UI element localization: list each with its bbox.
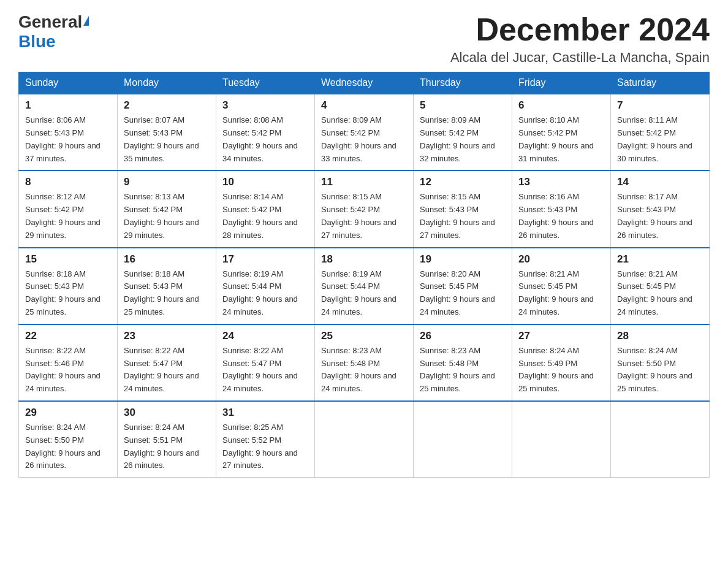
day-number: 12 bbox=[420, 176, 506, 188]
day-info: Sunrise: 8:09 AMSunset: 5:42 PMDaylight:… bbox=[420, 114, 506, 165]
day-info: Sunrise: 8:18 AMSunset: 5:43 PMDaylight:… bbox=[25, 268, 111, 319]
day-number: 2 bbox=[124, 99, 210, 112]
day-number: 19 bbox=[420, 253, 506, 266]
day-info: Sunrise: 8:20 AMSunset: 5:45 PMDaylight:… bbox=[420, 268, 506, 319]
table-row: 24Sunrise: 8:22 AMSunset: 5:47 PMDayligh… bbox=[216, 324, 315, 401]
day-number: 10 bbox=[222, 176, 308, 188]
day-info: Sunrise: 8:14 AMSunset: 5:42 PMDaylight:… bbox=[222, 191, 308, 242]
day-info: Sunrise: 8:15 AMSunset: 5:42 PMDaylight:… bbox=[321, 191, 407, 242]
day-info: Sunrise: 8:24 AMSunset: 5:49 PMDaylight:… bbox=[518, 345, 604, 396]
logo: General Blue bbox=[18, 12, 89, 52]
day-info: Sunrise: 8:09 AMSunset: 5:42 PMDaylight:… bbox=[321, 114, 407, 165]
month-title: December 2024 bbox=[450, 12, 710, 47]
day-info: Sunrise: 8:15 AMSunset: 5:43 PMDaylight:… bbox=[420, 191, 506, 242]
table-row: 29Sunrise: 8:24 AMSunset: 5:50 PMDayligh… bbox=[19, 401, 118, 478]
table-row bbox=[414, 401, 512, 478]
table-row: 6Sunrise: 8:10 AMSunset: 5:42 PMDaylight… bbox=[512, 94, 611, 170]
day-number: 17 bbox=[222, 253, 308, 266]
table-row: 7Sunrise: 8:11 AMSunset: 5:42 PMDaylight… bbox=[611, 94, 710, 170]
table-row: 2Sunrise: 8:07 AMSunset: 5:43 PMDaylight… bbox=[118, 94, 216, 170]
col-wednesday: Wednesday bbox=[315, 72, 414, 94]
day-info: Sunrise: 8:24 AMSunset: 5:51 PMDaylight:… bbox=[124, 421, 210, 472]
table-row: 21Sunrise: 8:21 AMSunset: 5:45 PMDayligh… bbox=[611, 248, 710, 324]
day-info: Sunrise: 8:24 AMSunset: 5:50 PMDaylight:… bbox=[617, 345, 703, 396]
day-info: Sunrise: 8:21 AMSunset: 5:45 PMDaylight:… bbox=[518, 268, 604, 319]
table-row: 12Sunrise: 8:15 AMSunset: 5:43 PMDayligh… bbox=[414, 170, 512, 247]
table-row: 13Sunrise: 8:16 AMSunset: 5:43 PMDayligh… bbox=[512, 170, 611, 247]
col-sunday: Sunday bbox=[19, 72, 118, 94]
day-info: Sunrise: 8:11 AMSunset: 5:42 PMDaylight:… bbox=[617, 114, 703, 165]
table-row: 10Sunrise: 8:14 AMSunset: 5:42 PMDayligh… bbox=[216, 170, 315, 247]
day-number: 1 bbox=[25, 99, 111, 112]
day-number: 29 bbox=[25, 407, 111, 419]
day-number: 31 bbox=[222, 407, 308, 419]
logo-triangle-icon bbox=[83, 16, 89, 26]
day-number: 14 bbox=[617, 176, 703, 188]
table-row: 22Sunrise: 8:22 AMSunset: 5:46 PMDayligh… bbox=[19, 324, 118, 401]
table-row bbox=[512, 401, 611, 478]
calendar-week-row: 15Sunrise: 8:18 AMSunset: 5:43 PMDayligh… bbox=[19, 248, 710, 324]
calendar-week-row: 8Sunrise: 8:12 AMSunset: 5:42 PMDaylight… bbox=[19, 170, 710, 247]
calendar-table: Sunday Monday Tuesday Wednesday Thursday… bbox=[18, 72, 710, 478]
day-number: 3 bbox=[222, 99, 308, 112]
day-info: Sunrise: 8:12 AMSunset: 5:42 PMDaylight:… bbox=[25, 191, 111, 242]
day-number: 26 bbox=[420, 330, 506, 342]
day-info: Sunrise: 8:08 AMSunset: 5:42 PMDaylight:… bbox=[222, 114, 308, 165]
day-info: Sunrise: 8:10 AMSunset: 5:42 PMDaylight:… bbox=[518, 114, 604, 165]
table-row: 31Sunrise: 8:25 AMSunset: 5:52 PMDayligh… bbox=[216, 401, 315, 478]
table-row: 3Sunrise: 8:08 AMSunset: 5:42 PMDaylight… bbox=[216, 94, 315, 170]
day-info: Sunrise: 8:16 AMSunset: 5:43 PMDaylight:… bbox=[518, 191, 604, 242]
day-info: Sunrise: 8:23 AMSunset: 5:48 PMDaylight:… bbox=[321, 345, 407, 396]
table-row: 5Sunrise: 8:09 AMSunset: 5:42 PMDaylight… bbox=[414, 94, 512, 170]
calendar-week-row: 1Sunrise: 8:06 AMSunset: 5:43 PMDaylight… bbox=[19, 94, 710, 170]
page-header: General Blue December 2024 Alcala del Ju… bbox=[18, 12, 710, 66]
day-number: 16 bbox=[124, 253, 210, 266]
day-number: 24 bbox=[222, 330, 308, 342]
table-row: 1Sunrise: 8:06 AMSunset: 5:43 PMDaylight… bbox=[19, 94, 118, 170]
table-row bbox=[315, 401, 414, 478]
day-number: 4 bbox=[321, 99, 407, 112]
day-number: 18 bbox=[321, 253, 407, 266]
logo-general-text: General bbox=[18, 12, 82, 32]
day-number: 11 bbox=[321, 176, 407, 188]
day-number: 22 bbox=[25, 330, 111, 342]
col-tuesday: Tuesday bbox=[216, 72, 315, 94]
table-row: 25Sunrise: 8:23 AMSunset: 5:48 PMDayligh… bbox=[315, 324, 414, 401]
day-number: 28 bbox=[617, 330, 703, 342]
table-row: 18Sunrise: 8:19 AMSunset: 5:44 PMDayligh… bbox=[315, 248, 414, 324]
day-info: Sunrise: 8:23 AMSunset: 5:48 PMDaylight:… bbox=[420, 345, 506, 396]
table-row bbox=[611, 401, 710, 478]
day-number: 13 bbox=[518, 176, 604, 188]
day-number: 9 bbox=[124, 176, 210, 188]
day-info: Sunrise: 8:24 AMSunset: 5:50 PMDaylight:… bbox=[25, 421, 111, 472]
day-number: 23 bbox=[124, 330, 210, 342]
day-number: 7 bbox=[617, 99, 703, 112]
title-area: December 2024 Alcala del Jucar, Castille… bbox=[450, 12, 710, 66]
table-row: 16Sunrise: 8:18 AMSunset: 5:43 PMDayligh… bbox=[118, 248, 216, 324]
day-info: Sunrise: 8:22 AMSunset: 5:46 PMDaylight:… bbox=[25, 345, 111, 396]
day-info: Sunrise: 8:06 AMSunset: 5:43 PMDaylight:… bbox=[25, 114, 111, 165]
table-row: 27Sunrise: 8:24 AMSunset: 5:49 PMDayligh… bbox=[512, 324, 611, 401]
calendar-week-row: 22Sunrise: 8:22 AMSunset: 5:46 PMDayligh… bbox=[19, 324, 710, 401]
day-number: 20 bbox=[518, 253, 604, 266]
day-info: Sunrise: 8:22 AMSunset: 5:47 PMDaylight:… bbox=[124, 345, 210, 396]
day-info: Sunrise: 8:07 AMSunset: 5:43 PMDaylight:… bbox=[124, 114, 210, 165]
table-row: 28Sunrise: 8:24 AMSunset: 5:50 PMDayligh… bbox=[611, 324, 710, 401]
logo-line2: Blue bbox=[18, 32, 56, 52]
table-row: 11Sunrise: 8:15 AMSunset: 5:42 PMDayligh… bbox=[315, 170, 414, 247]
table-row: 17Sunrise: 8:19 AMSunset: 5:44 PMDayligh… bbox=[216, 248, 315, 324]
table-row: 15Sunrise: 8:18 AMSunset: 5:43 PMDayligh… bbox=[19, 248, 118, 324]
day-number: 21 bbox=[617, 253, 703, 266]
day-info: Sunrise: 8:21 AMSunset: 5:45 PMDaylight:… bbox=[617, 268, 703, 319]
table-row: 19Sunrise: 8:20 AMSunset: 5:45 PMDayligh… bbox=[414, 248, 512, 324]
day-number: 25 bbox=[321, 330, 407, 342]
table-row: 23Sunrise: 8:22 AMSunset: 5:47 PMDayligh… bbox=[118, 324, 216, 401]
col-friday: Friday bbox=[512, 72, 611, 94]
day-info: Sunrise: 8:22 AMSunset: 5:47 PMDaylight:… bbox=[222, 345, 308, 396]
day-number: 15 bbox=[25, 253, 111, 266]
logo-line1: General bbox=[18, 12, 89, 32]
table-row: 20Sunrise: 8:21 AMSunset: 5:45 PMDayligh… bbox=[512, 248, 611, 324]
day-number: 6 bbox=[518, 99, 604, 112]
calendar-week-row: 29Sunrise: 8:24 AMSunset: 5:50 PMDayligh… bbox=[19, 401, 710, 478]
table-row: 30Sunrise: 8:24 AMSunset: 5:51 PMDayligh… bbox=[118, 401, 216, 478]
